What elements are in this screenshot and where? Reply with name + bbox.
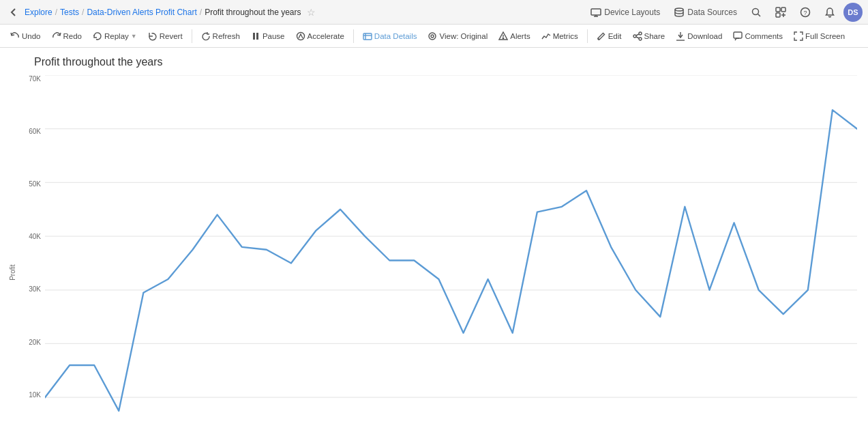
toolbar: Undo Redo Replay ▼ Revert Refresh Pause … [0,25,868,48]
refresh-button[interactable]: Refresh [196,29,245,43]
pause-button[interactable]: Pause [246,29,290,43]
svg-rect-6 [776,8,780,12]
svg-rect-0 [591,9,601,15]
y-tick: 30K [29,285,41,293]
svg-rect-32 [734,32,742,38]
accelerate-button[interactable]: Accelerate [291,29,349,43]
svg-point-3 [675,8,683,11]
y-tick: 60K [29,128,41,135]
svg-rect-7 [781,8,785,12]
toolbar-separator-1 [192,29,192,43]
svg-line-28 [636,34,639,35]
revert-button[interactable]: Revert [143,29,188,43]
svg-text:?: ? [803,10,807,16]
device-layouts-button[interactable]: Device Layouts [585,4,665,20]
y-tick: 20K [29,339,41,346]
redo-button[interactable]: Redo [47,29,87,43]
chart-area: Profit throughout the years Profit 70K60… [0,48,868,428]
chart-svg [45,75,857,428]
replay-button[interactable]: Replay ▼ [88,29,142,43]
y-tick: 40K [29,233,41,240]
add-view-button[interactable] [770,4,792,20]
back-button[interactable] [5,4,22,20]
favorite-button[interactable]: ☆ [307,7,316,18]
view-original-button[interactable]: View: Original [423,29,492,43]
svg-rect-14 [256,33,258,40]
svg-point-4 [753,8,759,14]
chart-inner: 70K60K50K40K30K20K10K0K March 2011July 2… [20,75,857,428]
svg-point-20 [431,35,434,38]
y-tick: 10K [29,391,41,399]
svg-point-26 [633,35,636,38]
svg-rect-16 [363,33,372,40]
svg-point-25 [639,32,642,35]
breadcrumb-tests[interactable]: Tests [60,8,79,17]
nav-right-buttons: Device Layouts Data Sources ? DS [585,3,863,22]
undo-button[interactable]: Undo [5,29,46,43]
svg-rect-13 [253,33,255,40]
comments-button[interactable]: Comments [728,29,788,43]
search-button[interactable] [745,4,767,20]
share-button[interactable]: Share [628,29,670,43]
breadcrumb-current: Profit throughout the years [205,8,301,17]
data-details-button[interactable]: Data Details [358,29,422,43]
chart-title: Profit throughout the years [34,56,857,68]
notifications-button[interactable] [819,4,841,20]
breadcrumb-explore[interactable]: Explore [25,8,53,17]
download-button[interactable]: Download [671,29,727,43]
alerts-button[interactable]: Alerts [494,29,535,43]
svg-rect-8 [776,13,780,17]
fullscreen-button[interactable]: Full Screen [789,29,850,43]
toolbar-separator-2 [353,29,354,43]
svg-point-22 [503,38,504,38]
data-sources-button[interactable]: Data Sources [668,4,743,20]
metrics-button[interactable]: Metrics [537,29,583,43]
svg-line-5 [758,14,761,16]
toolbar-separator-3 [587,29,588,43]
user-avatar[interactable]: DS [843,3,863,22]
svg-point-27 [639,38,642,40]
breadcrumb-chart-name[interactable]: Data-Driven Alerts Profit Chart [87,8,196,17]
breadcrumb: Explore / Tests / Data-Driven Alerts Pro… [25,7,582,18]
edit-button[interactable]: Edit [592,29,627,43]
y-tick: 50K [29,180,41,188]
svg-line-29 [636,37,639,38]
y-axis-label: Profit [7,75,18,428]
svg-point-19 [429,33,436,40]
y-axis-ticks: 70K60K50K40K30K20K10K0K [20,75,45,428]
top-navigation: Explore / Tests / Data-Driven Alerts Pro… [0,0,868,25]
chart-container: Profit 70K60K50K40K30K20K10K0K March 201… [7,75,857,428]
help-button[interactable]: ? [794,4,816,20]
y-ticks-area: 70K60K50K40K30K20K10K0K [20,75,857,428]
y-tick: 70K [29,75,41,83]
